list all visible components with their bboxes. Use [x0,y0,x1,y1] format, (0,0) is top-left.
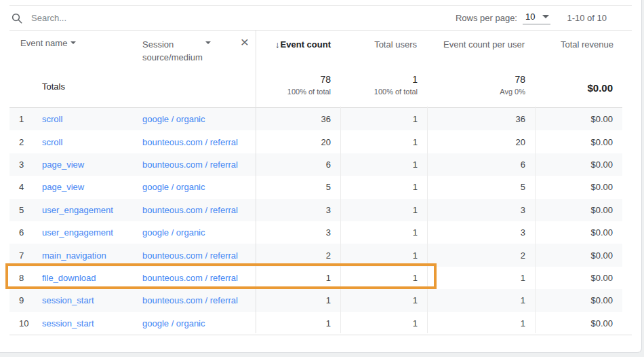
row-index: 5 [9,199,37,221]
clear-filter-icon[interactable]: × [236,33,254,50]
totals-total-users-sub: 100% of total [374,88,418,96]
total-revenue-value: $0.00 [535,108,622,130]
total-users-value: 1 [340,221,427,244]
event-count-value: 3 [256,221,340,244]
total-users-value: 1 [340,199,427,221]
table-row[interactable]: 9 session_start bounteous.com / referral… [9,289,622,312]
source-medium-link[interactable]: google / organic [142,318,205,328]
totals-event-count-per-user-sub: Avg 0% [500,88,525,96]
totals-label: Totals [9,81,140,92]
totals-event-count-per-user-cell: 78 Avg 0% [427,65,535,107]
event-count-value: 2 [256,244,340,266]
total-users-value: 1 [340,108,427,130]
source-medium-link[interactable]: bounteous.com / referral [142,295,238,305]
totals-total-revenue-cell: $0.00 [535,65,622,107]
row-index: 9 [9,289,37,312]
event-name-link[interactable]: file_download [42,273,96,283]
event-name-header[interactable]: Event name [20,38,76,48]
event-name-link[interactable]: user_engagement [42,227,113,238]
event-count-per-user-header[interactable]: Event count per user [443,39,525,50]
row-index: 7 [9,244,37,266]
table-row[interactable]: 10 session_start google / organic 1 1 1 … [9,312,622,335]
event-count-value: 1 [256,267,340,289]
total-revenue-header[interactable]: Total revenue [561,39,613,50]
total-users-value: 1 [340,267,427,289]
event-count-per-user-value: 3 [427,199,535,221]
total-revenue-value: $0.00 [535,130,622,153]
dimension-metric-divider [256,30,256,333]
total-users-header[interactable]: Total users [374,39,417,50]
chevron-down-icon [71,41,76,44]
session-source-medium-header-label: Session source/medium [142,38,210,64]
event-count-value: 36 [256,108,340,130]
chevron-down-icon [205,41,211,44]
source-medium-link[interactable]: google / organic [142,227,205,238]
ga4-table-screen: Rows per page: 10 1-10 of 10 Event name … [0,0,644,357]
event-count-per-user-value: 1 [427,289,535,312]
event-name-link[interactable]: main_navigation [42,250,106,261]
event-name-link[interactable]: page_view [42,159,84,170]
source-medium-link[interactable]: bounteous.com / referral [142,250,238,261]
table-body: 1 scroll google / organic 36 1 36 $0.00 … [9,108,632,335]
table-toolbar: Rows per page: 10 1-10 of 10 [9,6,632,31]
row-index: 2 [9,130,37,153]
source-medium-link[interactable]: google / organic [142,182,205,192]
table-row[interactable]: 2 scroll bounteous.com / referral 20 1 2… [9,130,622,153]
event-count-per-user-value: 2 [427,244,535,266]
event-name-link[interactable]: page_view [42,182,84,192]
totals-total-users: 1 [412,74,418,85]
row-index: 4 [9,176,37,198]
total-users-value: 1 [340,130,427,153]
table-row[interactable]: 3 page_view bounteous.com / referral 6 1… [9,153,622,176]
event-name-link[interactable]: session_start [42,318,94,328]
event-count-per-user-value: 1 [427,267,535,289]
source-medium-link[interactable]: bounteous.com / referral [142,137,238,147]
event-count-value: 1 [256,289,340,312]
total-revenue-value: $0.00 [535,176,622,198]
pagination-controls: Rows per page: 10 1-10 of 10 [456,12,632,24]
event-count-value: 20 [256,130,340,153]
table-header-row: Event name Session source/medium × ↓Even… [9,31,632,65]
row-index: 8 [9,267,37,289]
table-row[interactable]: 6 user_engagement google / organic 3 1 3… [9,221,622,244]
event-count-value: 3 [256,199,340,221]
event-name-header-label: Event name [20,38,67,48]
rows-per-page-select[interactable]: 10 [523,12,550,24]
totals-total-revenue: $0.00 [587,74,613,94]
table-row[interactable]: 7 main_navigation bounteous.com / referr… [9,244,622,266]
event-name-link[interactable]: user_engagement [42,205,113,215]
total-users-value: 1 [340,176,427,198]
source-medium-link[interactable]: bounteous.com / referral [142,205,238,215]
event-count-per-user-value: 5 [427,176,535,198]
totals-row: Totals 78 100% of total 1 100% of total … [9,65,622,108]
row-index: 10 [9,312,37,335]
event-count-header-label: Event count [281,39,331,50]
totals-event-count-sub: 100% of total [287,88,331,96]
source-medium-link[interactable]: google / organic [142,114,205,124]
event-name-link[interactable]: scroll [42,114,62,124]
session-source-medium-header[interactable]: Session source/medium [142,38,210,64]
table-row[interactable]: 1 scroll google / organic 36 1 36 $0.00 [9,108,622,130]
event-count-header[interactable]: ↓Event count [275,39,331,50]
table-row[interactable]: 4 page_view google / organic 5 1 5 $0.00 [9,176,622,198]
totals-total-users-cell: 1 100% of total [340,65,427,107]
row-index: 6 [9,221,37,244]
totals-event-count: 78 [320,74,331,85]
table-row[interactable]: 5 user_engagement bounteous.com / referr… [9,199,622,221]
search-input[interactable] [30,12,209,24]
total-users-value: 1 [340,312,427,335]
source-medium-link[interactable]: bounteous.com / referral [142,159,238,170]
total-revenue-value: $0.00 [535,289,622,312]
event-count-value: 6 [256,153,340,176]
search-icon [11,12,23,24]
source-medium-link[interactable]: bounteous.com / referral [142,273,238,283]
column-divider [340,107,341,333]
event-name-link[interactable]: session_start [42,295,94,305]
column-divider [535,107,536,333]
event-count-per-user-value: 6 [427,153,535,176]
event-name-link[interactable]: scroll [42,137,62,147]
event-count-per-user-value: 20 [427,130,535,153]
total-users-value: 1 [340,289,427,312]
events-table: Rows per page: 10 1-10 of 10 Event name … [9,5,632,335]
table-row-highlighted[interactable]: 8 file_download bounteous.com / referral… [9,267,622,289]
